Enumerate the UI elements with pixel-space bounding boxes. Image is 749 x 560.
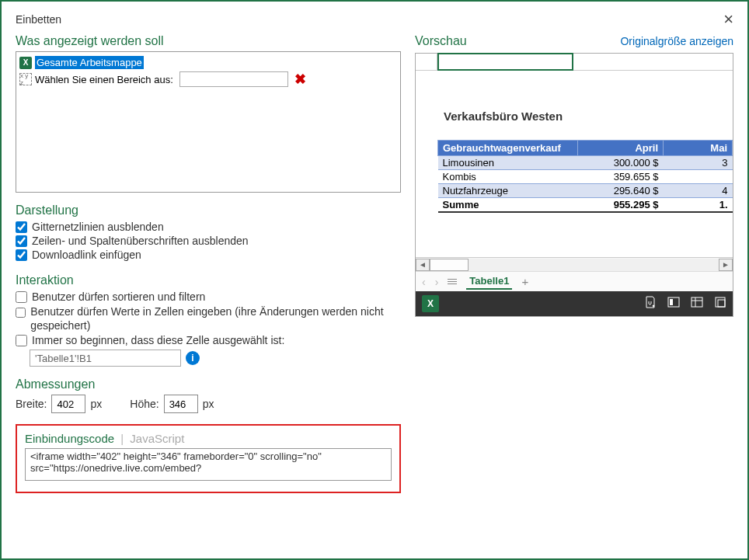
width-input[interactable] [51, 395, 85, 413]
preview-heading: Vorschau [415, 34, 467, 48]
table-row[interactable]: Nutzfahrzeuge295.640 $4 [438, 184, 733, 198]
dialog-title: Einbetten [16, 13, 61, 26]
left-column: Was angezeigt werden soll X Gesamte Arbe… [16, 34, 401, 493]
dimensions-heading: Abmessungen [16, 377, 401, 391]
height-input[interactable] [164, 395, 198, 413]
allow-sort-label: Benutzer dürfen sortieren und filtern [32, 290, 205, 303]
sheet-body-title: Verkaufsbüro Westen [444, 110, 733, 123]
delete-range-icon[interactable]: ✖ [294, 71, 306, 88]
right-column: Vorschau Originalgröße anzeigen Verkaufs… [415, 34, 733, 493]
cell-ref-row: i [30, 350, 401, 367]
cell-label: Nutzfahrzeuge [438, 184, 578, 198]
hide-headers-checkbox[interactable] [16, 235, 27, 247]
svg-rect-2 [692, 297, 702, 307]
embed-code-textarea[interactable] [25, 448, 392, 481]
workbook-label: Gesamte Arbeitsmappe [35, 56, 144, 69]
table-header-row: Gebrauchtwagenverkauf April Mai [438, 141, 733, 156]
table-row[interactable]: Kombis359.655 $ [438, 170, 733, 184]
cell-mai [664, 170, 733, 184]
height-label: Höhe: [130, 398, 159, 410]
download-link-label: Downloadlink einfügen [32, 249, 141, 261]
embed-code-box: Einbindungscode | JavaScript [16, 424, 401, 493]
allow-type-checkbox[interactable] [16, 307, 26, 318]
sheet-col-headers [416, 54, 733, 71]
th-col2: April [578, 141, 664, 156]
allow-sort-row[interactable]: Benutzer dürfen sortieren und filtern [16, 290, 401, 303]
table-row[interactable]: Limousinen300.000 $3 [438, 156, 733, 170]
embed-dialog: Einbetten × Was angezeigt werden soll X … [0, 0, 749, 560]
tab-list-icon[interactable] [448, 279, 457, 284]
embed-tabs: Einbindungscode | JavaScript [25, 432, 392, 445]
cell-april: 300.000 $ [578, 156, 664, 170]
cell-mai: 3 [664, 156, 733, 170]
what-to-show-heading: Was angezeigt werden soll [16, 34, 401, 48]
cell-april: 295.640 $ [578, 184, 664, 198]
sheet-tab-bar: ‹ › Tabelle1 + [416, 271, 733, 291]
cell-april: 359.655 $ [578, 170, 664, 184]
cell-april: 955.295 $ [578, 198, 664, 213]
fullscreen-icon[interactable] [714, 296, 726, 311]
cell-label: Kombis [438, 170, 578, 184]
cell-mai: 4 [664, 184, 733, 198]
hide-gridlines-checkbox[interactable] [16, 221, 27, 233]
scroll-left-icon[interactable]: ◄ [416, 259, 430, 271]
range-row: x y z Wählen Sie einen Bereich aus: ✖ [19, 70, 395, 89]
cell-label: Limousinen [438, 156, 578, 170]
excel-badge-icon[interactable]: X [422, 295, 439, 312]
sheet-corner[interactable] [416, 54, 437, 70]
preview-frame: Verkaufsbüro Westen Gebrauchtwagenverkau… [415, 53, 733, 317]
allow-sort-checkbox[interactable] [16, 291, 27, 303]
svg-rect-1 [670, 299, 673, 305]
tab-next-icon[interactable]: › [435, 276, 439, 288]
view-icon[interactable] [691, 296, 703, 311]
scroll-right-icon[interactable]: ► [719, 259, 733, 271]
always-cell-checkbox[interactable] [16, 335, 27, 346]
sheet-tab[interactable]: Tabelle1 [466, 273, 512, 290]
horizontal-scrollbar[interactable]: ◄ ► [416, 257, 733, 271]
info-panel-icon[interactable] [667, 296, 680, 311]
range-icon: x y z [19, 73, 32, 85]
dialog-header: Einbetten × [16, 11, 733, 28]
add-sheet-icon[interactable]: + [521, 275, 528, 288]
download-icon[interactable] [644, 296, 657, 311]
th-col1: Gebrauchtwagenverkauf [438, 141, 578, 156]
status-bar: X [416, 291, 733, 316]
info-icon[interactable]: i [186, 351, 200, 365]
hide-headers-label: Zeilen- und Spaltenüberschriften ausblen… [32, 235, 249, 247]
data-table: Gebrauchtwagenverkauf April Mai Limousin… [437, 140, 733, 213]
scroll-track[interactable] [430, 259, 719, 271]
hide-gridlines-label: Gitternetzlinien ausblenden [32, 221, 164, 233]
dimensions-row: Breite: px Höhe: px [16, 395, 401, 413]
active-column-header[interactable] [437, 53, 573, 71]
svg-rect-5 [716, 297, 725, 307]
hide-headers-row[interactable]: Zeilen- und Spaltenüberschriften ausblen… [16, 235, 401, 247]
tab-prev-icon[interactable]: ‹ [422, 276, 426, 288]
download-link-row[interactable]: Downloadlink einfügen [16, 249, 401, 261]
appearance-heading: Darstellung [16, 203, 401, 217]
allow-type-row[interactable]: Benutzer dürfen Werte in Zellen eingeben… [16, 304, 401, 332]
cell-mai: 1. [664, 198, 733, 213]
scroll-thumb[interactable] [430, 259, 469, 271]
table-row[interactable]: Summe955.295 $1. [438, 198, 733, 213]
tab-javascript[interactable]: JavaScript [130, 432, 184, 445]
hide-gridlines-row[interactable]: Gitternetzlinien ausblenden [16, 221, 401, 233]
close-icon[interactable]: × [723, 11, 733, 28]
tab-embed-code[interactable]: Einbindungscode [25, 432, 114, 445]
download-link-checkbox[interactable] [16, 249, 27, 261]
range-input[interactable] [179, 71, 288, 87]
svg-rect-6 [718, 300, 725, 307]
workbook-row[interactable]: X Gesamte Arbeitsmappe [19, 55, 395, 70]
width-unit: px [90, 398, 102, 410]
cell-label: Summe [438, 198, 578, 213]
cell-ref-input[interactable] [30, 350, 181, 367]
always-cell-row[interactable]: Immer so beginnen, dass diese Zelle ausg… [16, 334, 401, 346]
original-size-link[interactable]: Originalgröße anzeigen [620, 35, 733, 47]
interaction-heading: Interaktion [16, 273, 401, 287]
height-unit: px [203, 398, 214, 410]
width-label: Breite: [16, 398, 47, 410]
th-col3: Mai [664, 141, 733, 156]
range-label: Wählen Sie einen Bereich aus: [35, 74, 173, 85]
sheet-body[interactable]: Verkaufsbüro Westen Gebrauchtwagenverkau… [416, 71, 733, 257]
excel-icon: X [19, 57, 32, 69]
allow-type-label: Benutzer dürfen Werte in Zellen eingeben… [30, 304, 401, 332]
